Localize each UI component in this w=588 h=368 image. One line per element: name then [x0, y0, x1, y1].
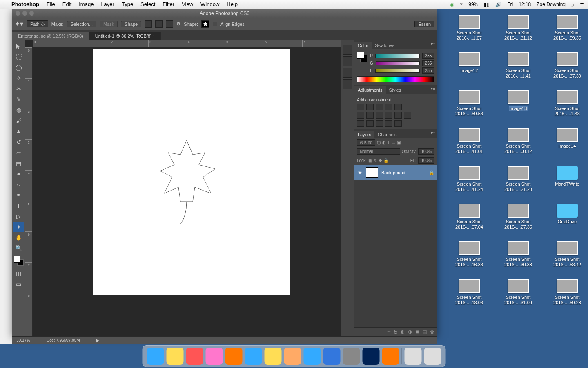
- filter-smart-icon[interactable]: ▣: [397, 140, 401, 145]
- dock-vlc[interactable]: [382, 348, 399, 365]
- lock-pos-icon[interactable]: ✥: [379, 158, 382, 163]
- zoom-tool[interactable]: 🔍: [13, 243, 24, 253]
- new-layer-icon[interactable]: ▤: [423, 329, 427, 334]
- history-panel-icon[interactable]: [343, 45, 352, 55]
- properties-panel-icon[interactable]: [343, 56, 352, 66]
- adj-photofilter-icon[interactable]: [376, 112, 383, 119]
- pathop-3-icon[interactable]: [166, 20, 173, 28]
- mask-icon[interactable]: ◐: [401, 329, 405, 334]
- selection-button[interactable]: Selection...: [67, 21, 96, 27]
- tool-preset-icon[interactable]: ✦▾: [15, 20, 23, 28]
- user-name[interactable]: Zoe Downing: [537, 2, 566, 7]
- spotlight-icon[interactable]: ⌕: [571, 2, 574, 7]
- dock-preview[interactable]: [167, 348, 184, 365]
- color-chip[interactable]: [357, 52, 368, 62]
- adj-gradient-icon[interactable]: [376, 120, 383, 127]
- marquee-tool[interactable]: [13, 52, 24, 62]
- adj-selective-icon[interactable]: [385, 120, 392, 127]
- desktop-file[interactable]: Screen Shot 2016-....59.35: [549, 15, 586, 41]
- adj-posterize-icon[interactable]: [357, 120, 364, 127]
- b-value[interactable]: 255: [422, 67, 434, 74]
- tab-channels[interactable]: Channels: [374, 131, 400, 138]
- dock-downloads[interactable]: [405, 348, 422, 365]
- dock-calendar[interactable]: [186, 348, 203, 365]
- desktop-file[interactable]: MarkITWrite: [549, 166, 586, 192]
- menu-edit[interactable]: Edit: [62, 1, 71, 7]
- stamp-tool[interactable]: ▲: [13, 126, 24, 136]
- lock-all-icon[interactable]: 🔒: [383, 158, 388, 163]
- dock-finder[interactable]: [147, 348, 164, 365]
- dock-photoshop[interactable]: [363, 348, 380, 365]
- pathop-1-icon[interactable]: [145, 20, 152, 28]
- desktop-file[interactable]: Screen Shot 2016-....07.04: [451, 204, 488, 230]
- dock-settings[interactable]: [343, 348, 360, 365]
- g-value[interactable]: 255: [422, 60, 434, 66]
- crop-tool[interactable]: ✂: [13, 84, 24, 94]
- desktop-file[interactable]: Screen Shot 2016-....30.33: [500, 241, 537, 267]
- character-panel-icon[interactable]: [343, 68, 352, 78]
- zoom-readout[interactable]: 30.17%: [16, 338, 30, 343]
- menu-view[interactable]: View: [182, 1, 193, 7]
- desktop-file[interactable]: Screen Shot 2016-....16.38: [451, 241, 488, 267]
- tab-styles[interactable]: Styles: [386, 86, 405, 94]
- tab-adjustments[interactable]: Adjustments: [354, 86, 386, 94]
- desktop-file[interactable]: Image12: [451, 52, 488, 79]
- shape-button[interactable]: Shape: [121, 21, 141, 27]
- hand-tool[interactable]: ✋: [13, 233, 24, 242]
- desktop-file[interactable]: Screen Shot 2016-....21.28: [500, 166, 537, 192]
- desktop-file[interactable]: Screen Shot 2016-....41.24: [451, 166, 488, 192]
- custom-shape-tool[interactable]: ✦: [13, 222, 24, 232]
- desktop-file[interactable]: Screen Shot 2016-....00.12: [500, 128, 537, 154]
- tab-enterprise[interactable]: Enterprise.jpg @ 12.5% (RGB/8): [12, 32, 89, 40]
- menu-layer[interactable]: Layer: [101, 1, 114, 7]
- dock-trash[interactable]: [424, 348, 441, 365]
- clock-time[interactable]: 12:18: [519, 2, 531, 7]
- fx-icon[interactable]: fx: [394, 330, 397, 334]
- workspace-dropdown[interactable]: Essen: [414, 21, 434, 27]
- align-edges-checkbox[interactable]: [213, 22, 217, 26]
- adj-brightness-icon[interactable]: [357, 104, 364, 110]
- blur-tool[interactable]: ●: [13, 169, 24, 179]
- lasso-tool[interactable]: ◯: [13, 63, 24, 72]
- brush-tool[interactable]: 🖌: [13, 116, 24, 126]
- adj-exposure-icon[interactable]: [385, 104, 392, 110]
- adj-lookup-icon[interactable]: [394, 112, 402, 119]
- menu-filter[interactable]: Filter: [163, 1, 174, 7]
- desktop-file[interactable]: Screen Shot 2016-....59.23: [549, 279, 586, 305]
- traffic-close-icon[interactable]: [16, 11, 20, 16]
- canvas-area[interactable]: 01234567 012345678: [25, 40, 341, 336]
- dock-safari[interactable]: [304, 348, 321, 365]
- spectrum-bar[interactable]: [357, 76, 434, 82]
- status-arrow-icon[interactable]: ▶: [96, 338, 100, 343]
- filter-type-icon[interactable]: T: [388, 140, 390, 145]
- r-slider[interactable]: [375, 54, 420, 58]
- menu-extras-icon[interactable]: ≣: [580, 2, 584, 7]
- filter-pixel-icon[interactable]: ▢: [377, 140, 381, 145]
- mode-dropdown[interactable]: Path ◇: [27, 20, 48, 27]
- battery-text[interactable]: 99%: [468, 2, 478, 7]
- shape-preview-dropdown[interactable]: [201, 20, 209, 28]
- filter-shape-icon[interactable]: ▭: [392, 140, 395, 145]
- panel-menu-icon[interactable]: ▾≡: [431, 131, 435, 135]
- menu-file[interactable]: File: [47, 1, 55, 7]
- desktop-file[interactable]: Screen Shot 2016-....1.41: [500, 52, 537, 79]
- mask-button[interactable]: Mask: [100, 21, 118, 27]
- type-tool[interactable]: T: [13, 201, 24, 211]
- desktop-file[interactable]: Screen Shot 2016-....1.48: [549, 90, 586, 117]
- desktop-file[interactable]: Screen Shot 2016-....1.07: [451, 15, 488, 41]
- pen-tool[interactable]: ✒: [13, 190, 24, 200]
- gear-icon[interactable]: ⚙: [176, 21, 180, 27]
- desktop-file[interactable]: Screen Shot 2016-....18.06: [451, 279, 488, 305]
- adj-more-icon[interactable]: [394, 120, 402, 127]
- traffic-max-icon[interactable]: [29, 11, 34, 16]
- lock-pixel-icon[interactable]: ✎: [374, 158, 377, 163]
- desktop-file[interactable]: Image14: [549, 128, 586, 154]
- adj-mixer-icon[interactable]: [385, 112, 392, 119]
- traffic-min-icon[interactable]: [22, 11, 27, 16]
- adj-invert-icon[interactable]: [404, 112, 411, 119]
- desktop-file[interactable]: Screen Shot 2016-....58.42: [549, 241, 586, 267]
- fill-input[interactable]: 100%: [418, 157, 434, 164]
- gradient-tool[interactable]: ▤: [13, 158, 24, 168]
- trash-icon[interactable]: 🗑: [430, 330, 434, 334]
- color-swatch[interactable]: [14, 256, 24, 266]
